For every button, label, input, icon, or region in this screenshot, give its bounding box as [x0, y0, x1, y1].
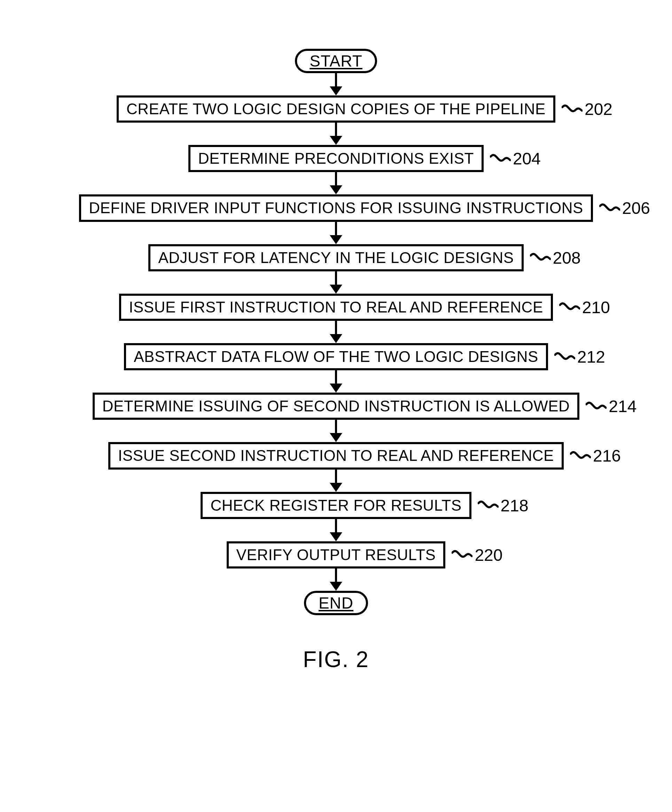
flowchart: START CREATE TWO LOGIC DESIGN COPIES OF …: [0, 49, 672, 672]
reference-number: 220: [475, 545, 502, 564]
flow-step: DEFINE DRIVER INPUT FUNCTIONS FOR ISSUIN…: [79, 194, 593, 222]
reference-label: 206: [599, 199, 650, 218]
reference-number: 204: [513, 149, 541, 168]
flow-arrow: [330, 271, 342, 293]
leader-squiggle-icon: [490, 152, 511, 165]
reference-label: 218: [478, 496, 529, 515]
reference-number: 218: [501, 496, 529, 515]
leader-squiggle-icon: [559, 300, 580, 314]
leader-squiggle-icon: [561, 102, 582, 116]
leader-squiggle-icon: [599, 201, 620, 215]
leader-squiggle-icon: [554, 350, 575, 364]
reference-label: 208: [530, 248, 581, 267]
flow-arrow: [330, 568, 342, 591]
flow-arrow: [330, 469, 342, 492]
terminator-end-label: END: [318, 594, 354, 612]
reference-label: 212: [554, 347, 605, 367]
terminator-end: END: [304, 591, 368, 615]
reference-label: 214: [586, 397, 636, 416]
leader-squiggle-icon: [570, 449, 591, 462]
diagram-canvas: START CREATE TWO LOGIC DESIGN COPIES OF …: [0, 0, 672, 812]
flow-arrow: [330, 123, 342, 145]
reference-number: 214: [609, 397, 636, 416]
reference-number: 208: [553, 248, 581, 267]
leader-squiggle-icon: [478, 498, 498, 512]
flow-step: ISSUE SECOND INSTRUCTION TO REAL AND REF…: [108, 442, 564, 469]
flow-arrow: [330, 370, 342, 392]
process-box: CHECK REGISTER FOR RESULTS: [201, 492, 471, 519]
reference-label: 220: [452, 545, 502, 564]
process-box: ISSUE SECOND INSTRUCTION TO REAL AND REF…: [108, 442, 564, 469]
leader-squiggle-icon: [452, 548, 473, 562]
flow-arrow: [330, 222, 342, 244]
process-box: DETERMINE PRECONDITIONS EXIST: [188, 145, 484, 172]
flow-arrow: [330, 73, 342, 96]
reference-number: 216: [593, 446, 621, 466]
figure-caption: FIG. 2: [303, 647, 369, 672]
reference-label: 202: [561, 100, 612, 119]
leader-squiggle-icon: [586, 399, 607, 413]
terminator-start-label: START: [310, 52, 362, 70]
reference-number: 202: [585, 100, 612, 119]
reference-number: 206: [622, 199, 650, 218]
reference-number: 212: [577, 347, 605, 367]
flow-step: ABSTRACT DATA FLOW OF THE TWO LOGIC DESI…: [124, 343, 548, 370]
process-box: ISSUE FIRST INSTRUCTION TO REAL AND REFE…: [119, 293, 553, 321]
flow-step: DETERMINE ISSUING OF SECOND INSTRUCTION …: [93, 392, 580, 420]
flow-arrow: [330, 172, 342, 194]
process-box: ADJUST FOR LATENCY IN THE LOGIC DESIGNS: [148, 244, 523, 271]
reference-label: 204: [490, 149, 541, 168]
process-box: DETERMINE ISSUING OF SECOND INSTRUCTION …: [93, 392, 580, 420]
process-box: CREATE TWO LOGIC DESIGN COPIES OF THE PI…: [117, 96, 555, 123]
flow-step: DETERMINE PRECONDITIONS EXIST204: [188, 145, 484, 172]
reference-label: 216: [570, 446, 621, 466]
leader-squiggle-icon: [530, 251, 551, 265]
flow-step: ADJUST FOR LATENCY IN THE LOGIC DESIGNS2…: [148, 244, 523, 271]
reference-label: 210: [559, 297, 610, 317]
flow-step: CHECK REGISTER FOR RESULTS218: [201, 492, 471, 519]
process-box: DEFINE DRIVER INPUT FUNCTIONS FOR ISSUIN…: [79, 194, 593, 222]
flow-step: CREATE TWO LOGIC DESIGN COPIES OF THE PI…: [117, 96, 555, 123]
flow-arrow: [330, 519, 342, 541]
terminator-start: START: [295, 49, 377, 73]
flow-step: ISSUE FIRST INSTRUCTION TO REAL AND REFE…: [119, 293, 553, 321]
flow-arrow: [330, 420, 342, 442]
process-box: ABSTRACT DATA FLOW OF THE TWO LOGIC DESI…: [124, 343, 548, 370]
flow-arrow: [330, 321, 342, 343]
flow-step: VERIFY OUTPUT RESULTS220: [227, 541, 446, 568]
process-box: VERIFY OUTPUT RESULTS: [227, 541, 446, 568]
reference-number: 210: [582, 297, 610, 317]
